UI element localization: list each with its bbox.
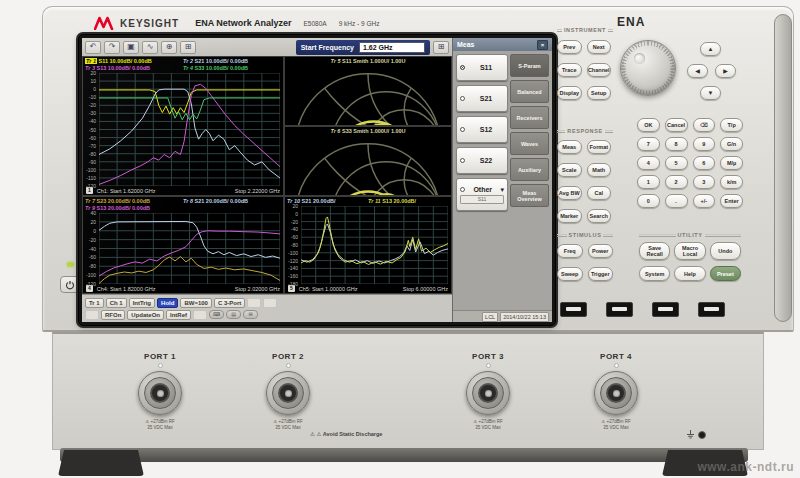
panel-button-g-n[interactable]: G/n bbox=[720, 137, 743, 151]
status-icon-2[interactable]: ▤ bbox=[226, 310, 241, 319]
rotary-knob[interactable] bbox=[620, 40, 676, 96]
panel-button-math[interactable]: Math bbox=[587, 163, 612, 177]
panel-button-3[interactable]: 3 bbox=[693, 175, 716, 189]
panel-button-5[interactable]: 5 bbox=[665, 156, 688, 170]
panel-button-trigger[interactable]: Trigger bbox=[588, 267, 614, 281]
tab-receivers[interactable]: Receivers bbox=[510, 106, 549, 129]
tab-balanced[interactable]: Balanced bbox=[510, 80, 549, 103]
panel-button-marker[interactable]: Marker bbox=[557, 209, 582, 223]
panel-button-1[interactable]: 1 bbox=[637, 175, 660, 189]
start-frequency-input[interactable]: 1.62 GHz bbox=[359, 42, 425, 53]
panel-button-channel[interactable]: Channel bbox=[587, 63, 612, 77]
panel-button-undo[interactable]: Undo bbox=[710, 242, 741, 260]
panel-button-m[interactable]: M/µ bbox=[720, 156, 743, 170]
panel-button-power[interactable]: Power bbox=[588, 244, 614, 258]
radio-icon bbox=[460, 187, 465, 192]
panel-button-7[interactable]: 7 bbox=[637, 137, 660, 151]
status-item-ch-1[interactable]: Ch 1 bbox=[106, 298, 127, 308]
undo-icon[interactable]: ↶ bbox=[85, 41, 101, 54]
trace-icon[interactable]: ∿ bbox=[142, 41, 158, 54]
status-item-hold[interactable]: Hold bbox=[157, 298, 178, 308]
panel-button-0[interactable]: 0 bbox=[637, 194, 660, 208]
keypad-icon[interactable]: ⊞ bbox=[433, 41, 449, 54]
panel-button-blank[interactable]: +/- bbox=[693, 194, 716, 208]
panel-button-save-recall[interactable]: Save Recall bbox=[639, 242, 670, 260]
status-item-intref[interactable]: IntRef bbox=[166, 310, 191, 320]
panel-button-avg-bw[interactable]: Avg BW bbox=[557, 186, 582, 200]
panel-button-k-m[interactable]: k/m bbox=[720, 175, 743, 189]
status-item-updateon[interactable]: UpdateOn bbox=[127, 310, 164, 320]
chart-ch5: Tr 10 S21 20.00dB/Tr 11 S13 20.00dB/200-… bbox=[284, 196, 452, 294]
base-strip bbox=[60, 448, 748, 462]
close-icon[interactable]: × bbox=[537, 40, 548, 50]
panel-button-6[interactable]: 6 bbox=[693, 156, 716, 170]
status-item-c-3-port[interactable]: C 3-Port bbox=[214, 298, 245, 308]
arrow-up-button[interactable]: ▲ bbox=[700, 42, 721, 56]
panel-button-prev[interactable]: Prev bbox=[557, 40, 582, 54]
panel-button-t-p[interactable]: T/p bbox=[720, 118, 743, 132]
zoom-icon[interactable]: ⊕ bbox=[161, 41, 177, 54]
arrow-left-button[interactable]: ◀ bbox=[687, 64, 708, 78]
panel-button-format[interactable]: Format bbox=[587, 140, 612, 154]
port-label: PORT 2 bbox=[272, 352, 304, 361]
panel-button-meas[interactable]: Meas bbox=[557, 140, 582, 154]
panel-button-8[interactable]: 8 bbox=[665, 137, 688, 151]
softkey-other[interactable]: Other▾S11 bbox=[456, 178, 508, 211]
panel-button-setup[interactable]: Setup bbox=[587, 86, 612, 100]
panel-button-freq[interactable]: Freq bbox=[557, 244, 583, 258]
softkey-other-value[interactable]: S11 bbox=[460, 195, 504, 204]
screenshot-icon[interactable]: ▣ bbox=[123, 41, 139, 54]
status-icon-1[interactable]: ⌨ bbox=[209, 310, 224, 319]
power-button[interactable] bbox=[60, 276, 80, 293]
panel-button-ok[interactable]: OK bbox=[637, 118, 660, 132]
ground-icon bbox=[686, 430, 695, 439]
trace-label: Tr 11 S13 20.00dB/ bbox=[368, 198, 449, 205]
panel-button-enter[interactable]: Enter bbox=[720, 194, 743, 208]
tab-meas-overview[interactable]: Meas Overview bbox=[510, 184, 549, 207]
panel-button-next[interactable]: Next bbox=[587, 40, 612, 54]
status-item-rfon[interactable]: RFOn bbox=[101, 310, 125, 320]
status-item-tr-1[interactable]: Tr 1 bbox=[85, 298, 104, 308]
panel-button-search[interactable]: Search bbox=[587, 209, 612, 223]
section-stimulus: STIMULUS bbox=[557, 232, 613, 238]
port-led bbox=[158, 363, 163, 368]
panel-button-help[interactable]: Help bbox=[674, 266, 705, 281]
panel-button-2[interactable]: 2 bbox=[665, 175, 688, 189]
panel-button-preset[interactable]: Preset bbox=[710, 266, 741, 281]
tab-waves[interactable]: Waves bbox=[510, 132, 549, 155]
panel-button-blank[interactable]: . bbox=[665, 194, 688, 208]
arrow-right-button[interactable]: ▶ bbox=[715, 64, 736, 78]
panel-button-sweep[interactable]: Sweep bbox=[557, 267, 583, 281]
status-item-blank bbox=[193, 310, 207, 320]
panel-button-cancel[interactable]: Cancel bbox=[665, 118, 688, 132]
panel-button-system[interactable]: System bbox=[639, 266, 670, 281]
status-item-bw-100[interactable]: BW=100 bbox=[180, 298, 212, 308]
panel-button-scale[interactable]: Scale bbox=[557, 163, 582, 177]
tab-auxiliary[interactable]: Auxiliary bbox=[510, 158, 549, 181]
softkey-s21[interactable]: S21 bbox=[456, 85, 508, 112]
tab-s-param[interactable]: S-Param bbox=[510, 54, 549, 77]
panel-button-display[interactable]: Display bbox=[557, 86, 582, 100]
usb-port bbox=[652, 302, 679, 317]
panel-button-4[interactable]: 4 bbox=[637, 156, 660, 170]
panel-button-blank[interactable]: ⌫ bbox=[693, 118, 716, 132]
status-item-inttrig[interactable]: IntTrig bbox=[129, 298, 155, 308]
panel-button-macro-local[interactable]: Macro Local bbox=[674, 242, 705, 260]
ground-terminal bbox=[686, 430, 706, 439]
softkey-s22[interactable]: S22 bbox=[456, 147, 508, 174]
touch-icon[interactable]: ⊞ bbox=[180, 41, 196, 54]
softkey-s11[interactable]: S11 bbox=[456, 54, 508, 81]
port-warning: ⚠ +27dBm RF 35 VDC Max bbox=[473, 419, 502, 430]
smith-chart-ch3: Tr 6 S33 Smith 1.000U/ 1.00U3Ch3: Start … bbox=[284, 126, 452, 196]
clock: 2014/10/22 15:13 bbox=[500, 312, 549, 322]
panel-button-9[interactable]: 9 bbox=[693, 137, 716, 151]
panel-button-cal[interactable]: Cal bbox=[587, 186, 612, 200]
channel-start: Ch1: Start 1.62000 GHz bbox=[97, 188, 156, 194]
softkey-s12[interactable]: S12 bbox=[456, 116, 508, 143]
port-led bbox=[286, 363, 291, 368]
panel-button-trace[interactable]: Trace bbox=[557, 63, 582, 77]
redo-icon[interactable]: ↷ bbox=[104, 41, 120, 54]
status-icon-3[interactable]: ⊟ bbox=[243, 310, 258, 319]
arrow-down-button[interactable]: ▼ bbox=[700, 86, 721, 100]
status-bar: Tr 1Ch 1IntTrigHoldBW=100C 3-Port RFOnUp… bbox=[82, 294, 452, 322]
